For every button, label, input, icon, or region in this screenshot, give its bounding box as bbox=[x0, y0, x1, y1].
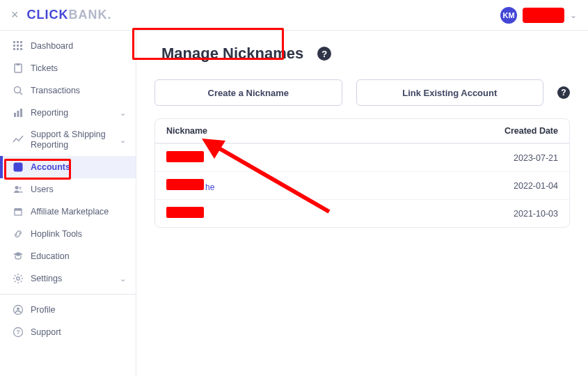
users-icon bbox=[13, 184, 24, 195]
svg-rect-10 bbox=[17, 63, 20, 65]
sidebar-item-tickets[interactable]: Tickets bbox=[0, 57, 136, 79]
action-row: Create a Nickname Link Existing Account … bbox=[154, 79, 570, 106]
sidebar-item-label: Profile bbox=[31, 305, 126, 315]
header-right: KM ⌄ bbox=[500, 7, 577, 24]
sidebar-item-users[interactable]: Users bbox=[0, 178, 136, 201]
grid-icon bbox=[13, 40, 24, 52]
nickname-link-suffix: he bbox=[205, 182, 214, 192]
svg-rect-6 bbox=[13, 48, 15, 50]
search-icon bbox=[13, 85, 24, 96]
created-date-cell: 2021-10-03 bbox=[475, 209, 558, 219]
svg-rect-8 bbox=[20, 48, 22, 50]
sidebar-item-education[interactable]: Education bbox=[0, 245, 136, 267]
link-icon bbox=[13, 228, 24, 240]
chevron-down-icon: ⌄ bbox=[120, 136, 126, 145]
sidebar-item-settings[interactable]: Settings ⌄ bbox=[0, 267, 136, 290]
table-row[interactable]: he 2022-01-04 bbox=[155, 171, 569, 199]
profile-icon bbox=[13, 304, 24, 315]
nickname-redacted bbox=[166, 207, 204, 218]
sidebar-item-dashboard[interactable]: Dashboard bbox=[0, 35, 136, 57]
sidebar: Dashboard Tickets Transactions Reporting… bbox=[0, 31, 136, 376]
sidebar-divider bbox=[0, 294, 136, 295]
brand-click: CLICK bbox=[27, 8, 69, 22]
sidebar-item-label: Support & Shipping Reporting bbox=[31, 130, 113, 150]
chevron-down-icon[interactable]: ⌄ bbox=[570, 10, 577, 20]
trend-icon bbox=[13, 134, 24, 146]
sidebar-item-accounts[interactable]: Accounts bbox=[0, 156, 136, 178]
nickname-redacted bbox=[166, 151, 204, 162]
svg-rect-20 bbox=[15, 210, 22, 215]
close-icon[interactable]: × bbox=[11, 8, 19, 22]
sidebar-item-support-shipping-reporting[interactable]: Support & Shipping Reporting ⌄ bbox=[0, 124, 136, 156]
user-name-redacted[interactable] bbox=[523, 8, 564, 23]
svg-rect-4 bbox=[17, 45, 19, 47]
nickname-cell[interactable] bbox=[166, 151, 475, 164]
avatar[interactable]: KM bbox=[500, 7, 517, 24]
table-header: Nickname Created Date bbox=[155, 119, 569, 143]
user-badge-icon bbox=[13, 162, 24, 173]
sidebar-item-transactions[interactable]: Transactions bbox=[0, 79, 136, 102]
sidebar-item-label: Transactions bbox=[31, 86, 126, 96]
brand-dot: . bbox=[108, 8, 112, 22]
link-existing-account-button[interactable]: Link Existing Account bbox=[356, 79, 544, 106]
sidebar-item-label: Settings bbox=[31, 274, 113, 284]
sidebar-item-label: Accounts bbox=[31, 162, 126, 173]
help-icon: ? bbox=[13, 327, 24, 338]
svg-rect-7 bbox=[17, 48, 19, 50]
education-icon bbox=[13, 251, 24, 262]
svg-rect-1 bbox=[17, 41, 19, 43]
svg-point-17 bbox=[17, 165, 19, 168]
svg-point-21 bbox=[17, 277, 19, 280]
svg-point-18 bbox=[15, 186, 19, 189]
store-icon bbox=[13, 206, 24, 217]
svg-point-11 bbox=[15, 87, 21, 93]
nickname-cell[interactable] bbox=[166, 207, 475, 220]
column-created-date: Created Date bbox=[475, 126, 558, 136]
chevron-down-icon: ⌄ bbox=[120, 274, 126, 283]
sidebar-item-label: Support bbox=[31, 327, 126, 338]
sidebar-item-label: Education bbox=[31, 251, 126, 262]
svg-point-23 bbox=[17, 308, 19, 311]
svg-point-19 bbox=[19, 187, 22, 189]
column-nickname: Nickname bbox=[166, 126, 475, 136]
created-date-cell: 2022-01-04 bbox=[475, 181, 558, 191]
app-header: × CLICKBANK. KM ⌄ bbox=[0, 0, 588, 31]
sidebar-item-label: Users bbox=[31, 185, 126, 195]
header-left: × CLICKBANK. bbox=[11, 8, 112, 22]
svg-rect-14 bbox=[17, 111, 19, 117]
svg-rect-3 bbox=[13, 45, 15, 47]
sidebar-item-reporting[interactable]: Reporting ⌄ bbox=[0, 102, 136, 124]
chart-icon bbox=[13, 107, 24, 118]
gear-icon bbox=[13, 273, 24, 284]
help-icon[interactable]: ? bbox=[317, 47, 331, 61]
sidebar-item-hoplink-tools[interactable]: Hoplink Tools bbox=[0, 223, 136, 245]
svg-rect-0 bbox=[13, 41, 15, 43]
chevron-down-icon: ⌄ bbox=[120, 109, 126, 118]
page-title-row: Manage Nicknames ? bbox=[154, 40, 570, 67]
sidebar-item-label: Tickets bbox=[31, 63, 126, 74]
app-body: Dashboard Tickets Transactions Reporting… bbox=[0, 31, 588, 376]
create-nickname-button[interactable]: Create a Nickname bbox=[154, 79, 342, 106]
nickname-table: Nickname Created Date 2023-07-21 he 2022… bbox=[154, 118, 570, 228]
sidebar-item-label: Reporting bbox=[31, 108, 113, 118]
table-row[interactable]: 2023-07-21 bbox=[155, 143, 569, 171]
sidebar-item-label: Affiliate Marketplace bbox=[31, 207, 126, 217]
created-date-cell: 2023-07-21 bbox=[475, 153, 558, 163]
sidebar-item-affiliate-marketplace[interactable]: Affiliate Marketplace bbox=[0, 201, 136, 223]
page-title: Manage Nicknames bbox=[154, 40, 310, 67]
main-content: Manage Nicknames ? Create a Nickname Lin… bbox=[136, 31, 588, 376]
svg-rect-5 bbox=[20, 45, 22, 47]
table-row[interactable]: 2021-10-03 bbox=[155, 199, 569, 227]
brand-logo[interactable]: CLICKBANK. bbox=[27, 8, 112, 22]
svg-rect-15 bbox=[20, 109, 22, 117]
svg-rect-2 bbox=[20, 41, 22, 43]
nickname-redacted bbox=[166, 179, 204, 190]
sidebar-item-support[interactable]: ? Support bbox=[0, 321, 136, 343]
sidebar-item-profile[interactable]: Profile bbox=[0, 299, 136, 321]
nickname-cell[interactable]: he bbox=[166, 179, 475, 192]
svg-rect-13 bbox=[14, 113, 16, 117]
svg-line-12 bbox=[20, 93, 23, 95]
help-icon[interactable]: ? bbox=[557, 86, 570, 99]
sidebar-item-label: Dashboard bbox=[31, 41, 126, 52]
brand-bank: BANK bbox=[69, 8, 108, 22]
